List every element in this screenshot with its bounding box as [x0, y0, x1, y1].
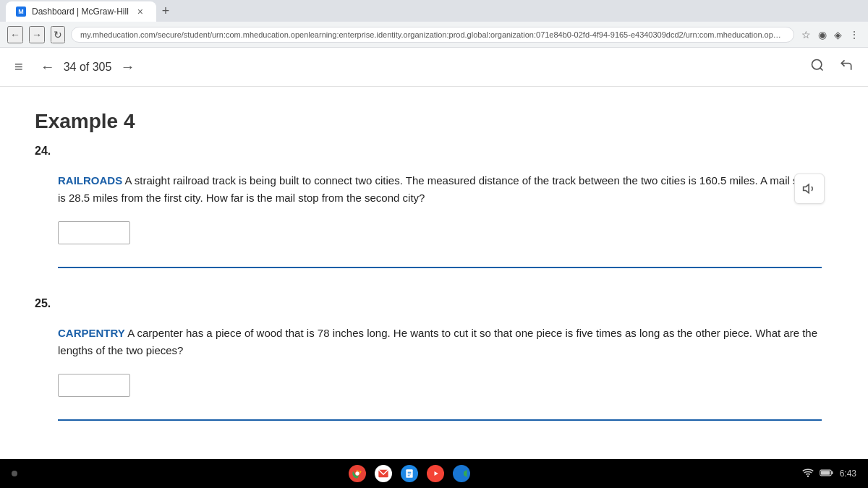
bookmark-icon[interactable]: ☆	[800, 27, 812, 42]
back-button[interactable]: ←	[7, 26, 23, 43]
return-button[interactable]	[836, 55, 856, 79]
problem-25-body: A carpenter has a piece of wood that is …	[58, 327, 817, 356]
extensions-icon[interactable]: ◈	[833, 27, 843, 42]
taskbar-center[interactable]	[349, 465, 470, 482]
taskbar-gmail-icon[interactable]	[375, 465, 392, 482]
problem-24-block: RAILROADS A straight railroad track is b…	[58, 172, 822, 268]
content-area: Example 4 24. RAILROADS A straight railr…	[0, 87, 868, 459]
new-tab-button[interactable]: +	[156, 4, 176, 19]
svg-point-3	[356, 471, 359, 475]
page-counter: 34 of 305	[64, 61, 112, 74]
problem-25-number: 25.	[35, 297, 822, 310]
tab-favicon: M	[16, 7, 26, 17]
menu-icon[interactable]: ⋮	[848, 27, 861, 42]
taskbar: 6:43	[0, 459, 868, 488]
toolbar-nav: ← 34 of 305 →	[38, 56, 138, 78]
example-title: Example 4	[35, 110, 822, 133]
problem-24-divider	[58, 267, 822, 268]
problem-25-divider	[58, 419, 822, 421]
taskbar-wifi-icon	[802, 468, 814, 480]
problem-25-text: CARPENTRY A carpenter has a piece of woo…	[58, 325, 822, 359]
audio-button[interactable]	[794, 174, 825, 204]
svg-line-1	[820, 68, 823, 71]
svg-point-13	[807, 475, 808, 476]
next-page-button[interactable]: →	[117, 56, 137, 78]
app-toolbar: ≡ ← 34 of 305 →	[0, 48, 868, 87]
tab-close-icon[interactable]: ×	[135, 6, 146, 17]
problem-24-answer-box[interactable]	[58, 221, 130, 244]
svg-rect-15	[831, 471, 833, 474]
problem-24-number: 24.	[35, 145, 822, 158]
return-icon	[839, 58, 854, 72]
search-icon	[810, 58, 825, 72]
svg-point-0	[812, 60, 822, 69]
taskbar-left	[12, 471, 17, 476]
menu-toggle-icon[interactable]: ≡	[12, 56, 26, 78]
taskbar-dot	[12, 471, 17, 476]
taskbar-youtube-icon[interactable]	[427, 465, 444, 482]
taskbar-chrome-icon[interactable]	[349, 465, 366, 482]
svg-marker-2	[804, 184, 809, 193]
refresh-button[interactable]: ↻	[51, 26, 65, 43]
taskbar-right: 6:43	[802, 468, 856, 480]
tab-title: Dashboard | McGraw-Hill	[32, 7, 129, 17]
audio-icon	[802, 181, 817, 196]
search-button[interactable]	[807, 55, 827, 79]
taskbar-meet-icon[interactable]	[453, 465, 470, 482]
browser-tab[interactable]: M Dashboard | McGraw-Hill ×	[6, 1, 156, 22]
problem-25-block: CARPENTRY A carpenter has a piece of woo…	[58, 325, 822, 421]
problem-24-text: RAILROADS A straight railroad track is b…	[58, 172, 822, 207]
taskbar-time: 6:43	[840, 468, 856, 479]
battery-icon	[820, 468, 834, 479]
forward-button[interactable]: →	[29, 26, 45, 43]
toolbar-right	[807, 55, 856, 79]
svg-rect-16	[821, 471, 830, 474]
problem-25-keyword: CARPENTRY	[58, 327, 125, 339]
taskbar-docs-icon[interactable]	[401, 465, 418, 482]
address-bar[interactable]: my.mheducation.com/secure/student/urn:co…	[71, 27, 794, 43]
problem-25-answer-box[interactable]	[58, 374, 130, 397]
problem-24-body: A straight railroad track is being built…	[58, 174, 813, 204]
browser-bar: ← → ↻ my.mheducation.com/secure/student/…	[0, 22, 868, 48]
problem-24-keyword: RAILROADS	[58, 174, 122, 187]
svg-marker-12	[464, 470, 467, 478]
prev-page-button[interactable]: ←	[38, 56, 58, 78]
account-icon[interactable]: ◉	[817, 27, 828, 42]
svg-rect-11	[456, 470, 464, 478]
